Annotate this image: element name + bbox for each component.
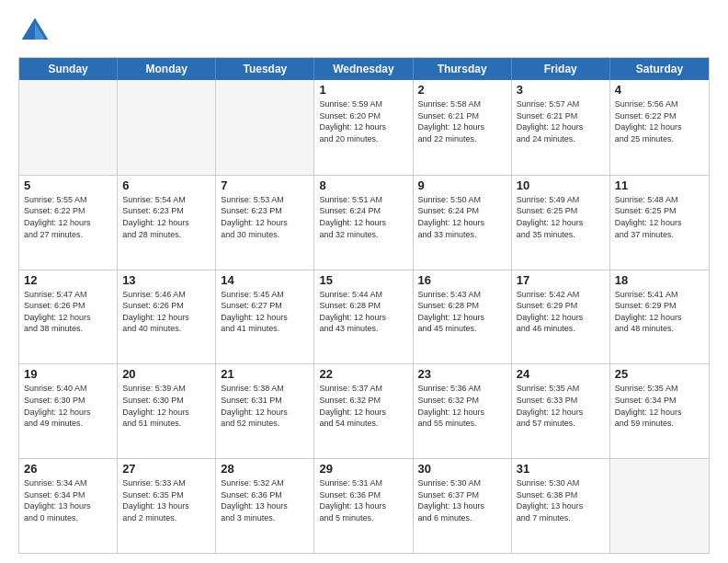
day-number: 17 — [517, 273, 605, 287]
weekday-header: Saturday — [610, 58, 709, 80]
calendar-cell: 16Sunrise: 5:43 AM Sunset: 6:28 PM Dayli… — [414, 270, 512, 364]
cell-info: Sunrise: 5:58 AM Sunset: 6:21 PM Dayligh… — [418, 98, 506, 144]
day-number: 26 — [24, 462, 112, 476]
calendar-cell: 5Sunrise: 5:55 AM Sunset: 6:22 PM Daylig… — [19, 176, 118, 270]
cell-info: Sunrise: 5:48 AM Sunset: 6:25 PM Dayligh… — [615, 194, 704, 240]
calendar-cell: 2Sunrise: 5:58 AM Sunset: 6:21 PM Daylig… — [414, 80, 512, 175]
calendar-cell: 3Sunrise: 5:57 AM Sunset: 6:21 PM Daylig… — [512, 80, 610, 175]
day-number: 15 — [319, 273, 407, 287]
day-number: 5 — [24, 178, 112, 192]
day-number: 31 — [517, 462, 605, 476]
cell-info: Sunrise: 5:32 AM Sunset: 6:36 PM Dayligh… — [221, 477, 309, 523]
calendar-cell: 20Sunrise: 5:39 AM Sunset: 6:30 PM Dayli… — [118, 364, 216, 458]
day-number: 12 — [24, 273, 112, 287]
calendar-cell — [19, 80, 118, 175]
day-number: 29 — [319, 462, 407, 476]
weekday-header: Thursday — [414, 58, 512, 80]
day-number: 27 — [122, 462, 210, 476]
cell-info: Sunrise: 5:39 AM Sunset: 6:30 PM Dayligh… — [122, 383, 210, 429]
cell-info: Sunrise: 5:51 AM Sunset: 6:24 PM Dayligh… — [319, 194, 407, 240]
cell-info: Sunrise: 5:42 AM Sunset: 6:29 PM Dayligh… — [517, 289, 605, 335]
cell-info: Sunrise: 5:55 AM Sunset: 6:22 PM Dayligh… — [24, 194, 112, 240]
day-number: 28 — [221, 462, 309, 476]
cell-info: Sunrise: 5:35 AM Sunset: 6:33 PM Dayligh… — [517, 383, 605, 429]
cell-info: Sunrise: 5:54 AM Sunset: 6:23 PM Dayligh… — [122, 194, 210, 240]
day-number: 9 — [418, 178, 506, 192]
logo-icon — [18, 15, 51, 48]
calendar-cell: 23Sunrise: 5:36 AM Sunset: 6:32 PM Dayli… — [414, 364, 512, 458]
calendar-cell: 21Sunrise: 5:38 AM Sunset: 6:31 PM Dayli… — [216, 364, 314, 458]
cell-info: Sunrise: 5:43 AM Sunset: 6:28 PM Dayligh… — [418, 289, 506, 335]
day-number: 16 — [418, 273, 506, 287]
calendar-cell: 8Sunrise: 5:51 AM Sunset: 6:24 PM Daylig… — [314, 176, 413, 270]
day-number: 7 — [221, 178, 309, 192]
day-number: 24 — [517, 367, 605, 381]
calendar-cell: 18Sunrise: 5:41 AM Sunset: 6:29 PM Dayli… — [610, 270, 709, 364]
day-number: 13 — [122, 273, 210, 287]
calendar-cell: 29Sunrise: 5:31 AM Sunset: 6:36 PM Dayli… — [314, 459, 413, 553]
calendar-cell: 13Sunrise: 5:46 AM Sunset: 6:26 PM Dayli… — [118, 270, 216, 364]
cell-info: Sunrise: 5:47 AM Sunset: 6:26 PM Dayligh… — [24, 289, 112, 335]
calendar-cell: 24Sunrise: 5:35 AM Sunset: 6:33 PM Dayli… — [512, 364, 610, 458]
calendar-cell: 11Sunrise: 5:48 AM Sunset: 6:25 PM Dayli… — [610, 176, 709, 270]
day-number: 23 — [418, 367, 506, 381]
weekday-header: Monday — [118, 58, 216, 80]
weekday-header: Friday — [512, 58, 610, 80]
page: SundayMondayTuesdayWednesdayThursdayFrid… — [0, 0, 728, 563]
cell-info: Sunrise: 5:30 AM Sunset: 6:37 PM Dayligh… — [418, 477, 506, 523]
cell-info: Sunrise: 5:44 AM Sunset: 6:28 PM Dayligh… — [319, 289, 407, 335]
cell-info: Sunrise: 5:41 AM Sunset: 6:29 PM Dayligh… — [615, 289, 704, 335]
calendar: SundayMondayTuesdayWednesdayThursdayFrid… — [18, 57, 710, 554]
cell-info: Sunrise: 5:50 AM Sunset: 6:24 PM Dayligh… — [418, 194, 506, 240]
day-number: 18 — [615, 273, 704, 287]
calendar-cell: 19Sunrise: 5:40 AM Sunset: 6:30 PM Dayli… — [19, 364, 118, 458]
calendar-cell: 17Sunrise: 5:42 AM Sunset: 6:29 PM Dayli… — [512, 270, 610, 364]
cell-info: Sunrise: 5:40 AM Sunset: 6:30 PM Dayligh… — [24, 383, 112, 429]
logo — [18, 15, 57, 48]
calendar-cell: 12Sunrise: 5:47 AM Sunset: 6:26 PM Dayli… — [19, 270, 118, 364]
cell-info: Sunrise: 5:53 AM Sunset: 6:23 PM Dayligh… — [221, 194, 309, 240]
weekday-header: Tuesday — [216, 58, 314, 80]
calendar-cell — [118, 80, 216, 175]
cell-info: Sunrise: 5:31 AM Sunset: 6:36 PM Dayligh… — [319, 477, 407, 523]
cell-info: Sunrise: 5:49 AM Sunset: 6:25 PM Dayligh… — [517, 194, 605, 240]
calendar-cell: 26Sunrise: 5:34 AM Sunset: 6:34 PM Dayli… — [19, 459, 118, 553]
calendar-cell: 7Sunrise: 5:53 AM Sunset: 6:23 PM Daylig… — [216, 176, 314, 270]
calendar-row: 19Sunrise: 5:40 AM Sunset: 6:30 PM Dayli… — [19, 363, 709, 458]
day-number: 22 — [319, 367, 407, 381]
calendar-cell: 31Sunrise: 5:30 AM Sunset: 6:38 PM Dayli… — [512, 459, 610, 553]
calendar-row: 5Sunrise: 5:55 AM Sunset: 6:22 PM Daylig… — [19, 175, 709, 270]
day-number: 6 — [122, 178, 210, 192]
day-number: 4 — [615, 83, 704, 97]
day-number: 10 — [517, 178, 605, 192]
calendar-cell — [610, 459, 709, 553]
day-number: 20 — [122, 367, 210, 381]
cell-info: Sunrise: 5:35 AM Sunset: 6:34 PM Dayligh… — [615, 383, 704, 429]
calendar-cell: 25Sunrise: 5:35 AM Sunset: 6:34 PM Dayli… — [610, 364, 709, 458]
day-number: 2 — [418, 83, 506, 97]
weekday-header: Wednesday — [314, 58, 413, 80]
day-number: 19 — [24, 367, 112, 381]
calendar-cell — [216, 80, 314, 175]
calendar-cell: 22Sunrise: 5:37 AM Sunset: 6:32 PM Dayli… — [314, 364, 413, 458]
day-number: 21 — [221, 367, 309, 381]
cell-info: Sunrise: 5:33 AM Sunset: 6:35 PM Dayligh… — [122, 477, 210, 523]
cell-info: Sunrise: 5:57 AM Sunset: 6:21 PM Dayligh… — [517, 98, 605, 144]
header — [18, 15, 710, 48]
day-number: 11 — [615, 178, 704, 192]
day-number: 30 — [418, 462, 506, 476]
cell-info: Sunrise: 5:37 AM Sunset: 6:32 PM Dayligh… — [319, 383, 407, 429]
calendar-cell: 10Sunrise: 5:49 AM Sunset: 6:25 PM Dayli… — [512, 176, 610, 270]
calendar-cell: 6Sunrise: 5:54 AM Sunset: 6:23 PM Daylig… — [118, 176, 216, 270]
cell-info: Sunrise: 5:36 AM Sunset: 6:32 PM Dayligh… — [418, 383, 506, 429]
calendar-header: SundayMondayTuesdayWednesdayThursdayFrid… — [19, 58, 709, 80]
cell-info: Sunrise: 5:56 AM Sunset: 6:22 PM Dayligh… — [615, 98, 704, 144]
calendar-cell: 15Sunrise: 5:44 AM Sunset: 6:28 PM Dayli… — [314, 270, 413, 364]
calendar-cell: 27Sunrise: 5:33 AM Sunset: 6:35 PM Dayli… — [118, 459, 216, 553]
calendar-cell: 4Sunrise: 5:56 AM Sunset: 6:22 PM Daylig… — [610, 80, 709, 175]
cell-info: Sunrise: 5:30 AM Sunset: 6:38 PM Dayligh… — [517, 477, 605, 523]
cell-info: Sunrise: 5:38 AM Sunset: 6:31 PM Dayligh… — [221, 383, 309, 429]
day-number: 3 — [517, 83, 605, 97]
day-number: 1 — [319, 83, 407, 97]
cell-info: Sunrise: 5:34 AM Sunset: 6:34 PM Dayligh… — [24, 477, 112, 523]
